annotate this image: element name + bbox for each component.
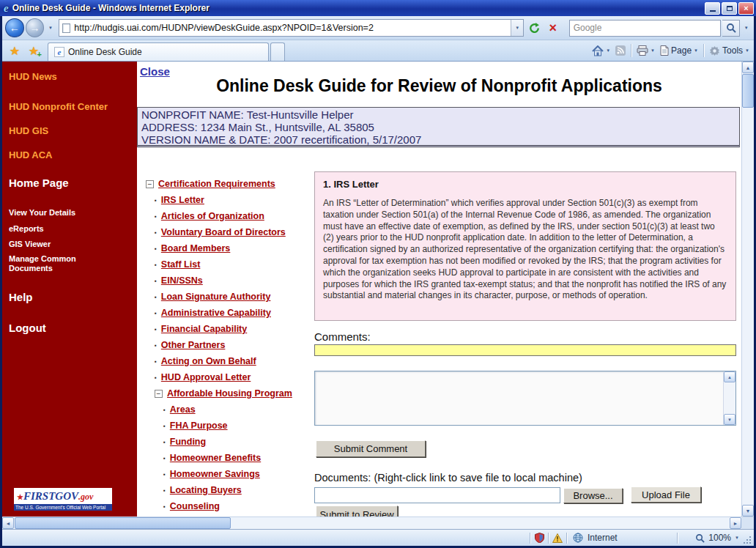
tree-item-funding[interactable]: ▪Funding [146,434,311,450]
tree-item-loan-signature-authority[interactable]: ▪Loan Signature Authority [146,289,311,305]
tree-link-loan-signature-authority[interactable]: Loan Signature Authority [161,292,271,302]
sidebar-item-home-page[interactable]: Home Page [2,177,137,189]
comment-textarea[interactable]: ▲ ▼ [314,371,736,426]
close-window-button[interactable]: × [738,2,754,15]
quick-tab-stub[interactable] [270,42,285,61]
search-button[interactable] [722,20,740,37]
search-options-dropdown[interactable]: ▼ [741,26,751,30]
textarea-scroll-down-icon[interactable]: ▼ [724,414,735,425]
tree-item-board-members[interactable]: ▪Board Members [146,240,311,256]
tree-link-board-members[interactable]: Board Members [161,243,230,253]
tree-item-articles-of-organization[interactable]: ▪Articles of Organization [146,208,311,224]
tree-link-administrative-capability[interactable]: Administrative Capability [161,308,271,318]
zoom-control[interactable]: 100% ▼ [678,533,742,543]
tree-item-areas[interactable]: ▪Areas [146,401,311,418]
zoom-dropdown-icon[interactable]: ▼ [735,536,739,540]
horizontal-scrollbar[interactable]: ◄ ► [2,516,754,529]
page-dropdown-icon[interactable]: ▼ [694,48,698,53]
tree-item-hud-approval-letter[interactable]: ▪HUD Approval Letter [146,369,311,385]
tree-item-counseling[interactable]: ▪Counseling [146,498,311,514]
search-box[interactable]: Google [569,20,722,37]
home-button[interactable]: ▼ [592,45,610,56]
vertical-scroll-thumb[interactable] [742,74,754,108]
sidebar-item-logout[interactable]: Logout [2,322,137,334]
document-file-input[interactable] [314,487,560,503]
restore-button[interactable] [722,2,737,15]
textarea-scrollbar[interactable]: ▲ ▼ [723,371,735,425]
tree-link-fha-purpose[interactable]: FHA Purpose [170,421,228,431]
add-favorite-button[interactable]: ★ + [24,42,43,60]
tree-link-funding[interactable]: Funding [170,437,206,447]
tree-item-locating-buyers[interactable]: ▪Locating Buyers [146,482,311,498]
textarea-scroll-up-icon[interactable]: ▲ [724,371,735,382]
tree-item-staff-list[interactable]: ▪Staff List [146,256,311,273]
tree-link-voluntary-board-of-directors[interactable]: Voluntary Board of Directors [161,227,286,237]
feeds-button[interactable] [615,45,626,56]
back-button[interactable]: ← [5,18,24,37]
tools-menu-button[interactable]: Tools ▼ [709,45,749,56]
tree-item-certification-requirements[interactable]: − Certification Requirements [146,176,311,192]
tree-link-locating-buyers[interactable]: Locating Buyers [170,485,242,495]
tree-item-fha-purpose[interactable]: ▪FHA Purpose [146,418,311,434]
tree-item-other-partners[interactable]: ▪Other Partners [146,337,311,353]
tree-item-homeowner-savings[interactable]: ▪Homeowner Savings [146,466,311,482]
submit-to-review-button[interactable]: Submit to Review [316,506,398,516]
minimize-button[interactable] [705,2,720,15]
upload-file-button[interactable]: Upload File [631,486,701,503]
favorites-center-button[interactable]: ★ [5,42,24,60]
resize-grip[interactable] [742,530,752,546]
security-shield-icon[interactable] [530,533,548,543]
tree-link-homeowner-benefits[interactable]: Homeowner Benefits [170,453,261,463]
tab-online-desk-guide[interactable]: e Online Desk Guide [48,42,269,61]
tree-link-irs-letter[interactable]: IRS Letter [161,195,204,205]
collapse-expander-icon[interactable]: − [155,390,163,398]
page-menu-button[interactable]: Page ▼ [660,45,698,56]
window-titlebar[interactable]: e Online Desk Guide - Windows Internet E… [0,0,756,16]
scroll-down-button[interactable]: ▼ [742,505,754,516]
forward-button[interactable]: → [26,18,45,37]
sidebar-item-gis-viewer[interactable]: GIS Viewer [2,240,97,249]
stop-button[interactable]: × [544,19,562,37]
tree-link-hud-approval-letter[interactable]: HUD Approval Letter [161,372,251,382]
home-dropdown-icon[interactable]: ▼ [606,48,610,53]
tree-link-homeowner-savings[interactable]: Homeowner Savings [170,469,260,479]
tools-dropdown-icon[interactable]: ▼ [745,48,749,53]
comment-title-input[interactable] [314,344,736,356]
address-field[interactable]: http://hudgis.uai.com/HUDNP/viewDeskGuid… [59,19,524,37]
tree-link-areas[interactable]: Areas [170,404,196,415]
tree-link-ein-ssns[interactable]: EIN/SSNs [161,275,203,286]
sidebar-item-ereports[interactable]: eReports [2,224,97,234]
scroll-right-button[interactable]: ► [730,517,741,529]
sidebar-item-hud-gis[interactable]: HUD GIS [2,125,137,136]
tree-link-articles-of-organization[interactable]: Articles of Organization [161,211,264,221]
horizontal-scroll-thumb[interactable] [15,517,231,529]
sidebar-item-hud-aca[interactable]: HUD ACA [2,149,137,160]
recent-pages-dropdown[interactable]: ▼ [45,26,55,30]
tree-item-administrative-capability[interactable]: ▪Administrative Capability [146,305,311,321]
print-button[interactable]: ▼ [637,45,655,56]
refresh-button[interactable] [525,19,543,37]
sidebar-item-hud-nonprofit-center[interactable]: HUD Nonprofit Center [2,101,137,112]
tree-item-ein-ssns[interactable]: ▪EIN/SSNs [146,273,311,289]
print-dropdown-icon[interactable]: ▼ [651,48,655,53]
sidebar-item-manage-common-documents[interactable]: Manage Common Documents [2,254,90,273]
address-history-dropdown[interactable]: ▼ [511,20,523,36]
firstgov-logo[interactable]: ★FIRSTGOV.gov The U.S. Government's Offi… [14,488,112,511]
scroll-left-button[interactable]: ◄ [2,517,14,529]
tree-item-acting-on-own-behalf[interactable]: ▪Acting on Own Behalf [146,353,311,369]
warning-icon[interactable] [549,533,566,543]
tree-link-other-partners[interactable]: Other Partners [161,340,226,350]
sidebar-item-help[interactable]: Help [2,291,137,303]
tree-item-financial-capability[interactable]: ▪Financial Capability [146,321,311,337]
browse-button[interactable]: Browse... [563,488,623,503]
tree-item-homeowner-benefits[interactable]: ▪Homeowner Benefits [146,450,311,466]
sidebar-item-hud-news[interactable]: HUD News [2,71,137,82]
scroll-up-button[interactable]: ▲ [742,62,754,73]
tree-link-counseling[interactable]: Counseling [170,501,220,511]
tree-link-affordable-housing-program[interactable]: Affordable Housing Program [167,388,292,399]
tree-link-staff-list[interactable]: Staff List [161,259,200,270]
sidebar-item-view-your-details[interactable]: View Your Details [2,208,97,218]
submit-comment-button[interactable]: Submit Comment [316,440,426,457]
tree-item-voluntary-board-of-directors[interactable]: ▪Voluntary Board of Directors [146,224,311,240]
tree-link-financial-capability[interactable]: Financial Capability [161,324,247,334]
